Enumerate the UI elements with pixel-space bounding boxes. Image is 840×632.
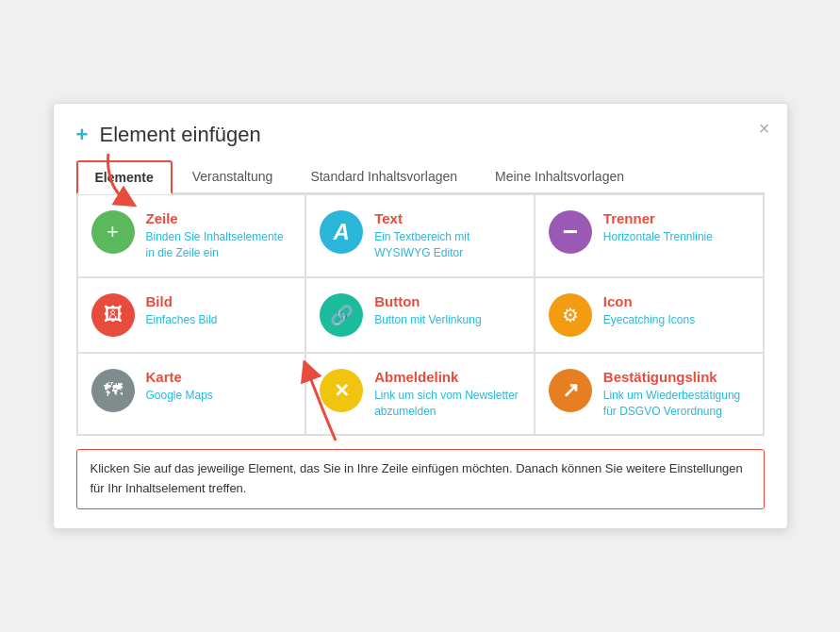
element-text[interactable]: A Text Ein Textbereich mit WYSIWYG Edito… (305, 194, 535, 277)
bild-name: Bild (146, 293, 218, 309)
element-zeile[interactable]: + Zeile Binden Sie Inhaltselemente in di… (77, 194, 306, 277)
bestaetigung-text: Bestätigungslink Link um Wiederbestätigu… (603, 369, 749, 420)
zeile-text: Zeile Binden Sie Inhaltselemente in die … (146, 210, 292, 261)
karte-text: Karte Google Maps (146, 369, 213, 404)
text-text: Text Ein Textbereich mit WYSIWYG Editor (374, 210, 520, 261)
info-text: Klicken Sie auf das jeweilige Element, d… (91, 461, 743, 495)
icon-name: Icon (603, 293, 695, 309)
tab-standard-inhaltsvorlagen[interactable]: Standard Inhaltsvorlagen (292, 160, 475, 192)
abmeldelink-icon: ✕ (320, 369, 363, 412)
bestaetigung-name: Bestätigungslink (603, 369, 749, 385)
abmeldelink-name: Abmeldelink (374, 369, 520, 385)
button-name: Button (374, 293, 481, 309)
abmeldelink-text: Abmeldelink Link um sich vom Newsletter … (374, 369, 520, 420)
dialog-header: + Element einfügen (76, 123, 765, 147)
text-icon: A (320, 210, 363, 254)
elements-grid: + Zeile Binden Sie Inhaltselemente in di… (76, 194, 765, 436)
trenner-icon: − (549, 210, 592, 254)
tab-veranstaltung[interactable]: Veranstaltung (174, 160, 291, 192)
content-area: Elemente Veranstaltung Standard Inhaltsv… (76, 160, 765, 509)
info-box: Klicken Sie auf das jeweilige Element, d… (76, 449, 765, 509)
karte-name: Karte (146, 369, 213, 385)
tab-bar: Elemente Veranstaltung Standard Inhaltsv… (76, 160, 765, 194)
tab-meine-inhaltsvorlagen[interactable]: Meine Inhaltsvorlagen (477, 160, 642, 192)
button-text: Button Button mit Verlinkung (374, 293, 481, 328)
plus-icon: + (76, 123, 89, 146)
bild-text: Bild Einfaches Bild (146, 293, 218, 328)
bestaetigung-desc: Link um Wiederbestätigung für DSGVO Vero… (603, 388, 749, 420)
insert-element-dialog: + Element einfügen × Elemente Veranstalt… (53, 103, 788, 529)
bild-icon: 🖼 (91, 293, 135, 337)
element-abmeldelink[interactable]: ✕ Abmeldelink Link um sich vom Newslette… (305, 353, 535, 436)
icon-text: Icon Eyecatching Icons (603, 293, 695, 328)
bestaetigung-icon: ↗ (549, 369, 592, 412)
abmeldelink-desc: Link um sich vom Newsletter abzumelden (374, 388, 520, 420)
zeile-name: Zeile (146, 210, 292, 226)
karte-icon: 🗺 (91, 369, 135, 412)
element-button[interactable]: 🔗 Button Button mit Verlinkung (305, 277, 535, 353)
icon-desc: Eyecatching Icons (603, 312, 695, 328)
dialog-title: + Element einfügen (76, 123, 261, 147)
element-karte[interactable]: 🗺 Karte Google Maps (77, 353, 306, 436)
button-icon: 🔗 (320, 293, 363, 337)
zeile-desc: Binden Sie Inhaltselemente in die Zeile … (146, 229, 292, 261)
close-button[interactable]: × (759, 119, 770, 138)
icon-icon: ⚙ (549, 293, 592, 337)
element-trenner[interactable]: − Trenner Horizontale Trennlinie (535, 194, 764, 277)
bild-desc: Einfaches Bild (146, 312, 218, 328)
text-desc: Ein Textbereich mit WYSIWYG Editor (374, 229, 520, 261)
text-name: Text (374, 210, 520, 226)
element-bestaetigung[interactable]: ↗ Bestätigungslink Link um Wiederbestäti… (535, 353, 764, 436)
tab-elemente[interactable]: Elemente (76, 160, 173, 194)
zeile-icon: + (91, 210, 135, 254)
karte-desc: Google Maps (146, 388, 213, 404)
element-icon[interactable]: ⚙ Icon Eyecatching Icons (535, 277, 764, 353)
trenner-desc: Horizontale Trennlinie (603, 229, 713, 245)
trenner-name: Trenner (603, 210, 713, 226)
trenner-text: Trenner Horizontale Trennlinie (603, 210, 713, 245)
button-desc: Button mit Verlinkung (374, 312, 481, 328)
element-bild[interactable]: 🖼 Bild Einfaches Bild (77, 277, 306, 353)
